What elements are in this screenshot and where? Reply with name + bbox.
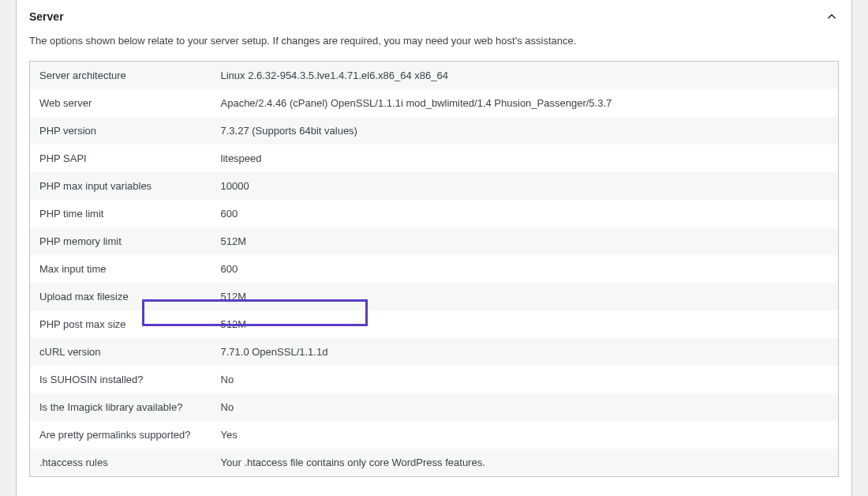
row-label: .htaccess rules	[30, 449, 211, 477]
row-label: Upload max filesize	[30, 283, 211, 310]
row-label: PHP time limit	[30, 200, 211, 227]
table-row: PHP post max size512M	[30, 310, 839, 338]
table-row: .htaccess rulesYour .htaccess file conta…	[30, 449, 839, 477]
row-value: 512M	[211, 310, 839, 338]
server-panel: Server The options shown below relate to…	[16, 0, 852, 496]
row-label: Max input time	[30, 255, 211, 283]
row-value: 600	[211, 200, 839, 227]
row-value: 600	[211, 255, 839, 283]
row-label: PHP max input variables	[30, 172, 211, 200]
table-row: PHP time limit600	[30, 200, 839, 227]
server-table-container: Server architectureLinux 2.6.32-954.3.5.…	[17, 61, 851, 477]
section-title: Server	[29, 10, 64, 23]
row-label: Is the Imagick library available?	[30, 393, 211, 421]
table-row: PHP memory limit512M	[30, 227, 839, 255]
row-value: litespeed	[211, 145, 839, 172]
row-value: Your .htaccess file contains only core W…	[211, 449, 839, 477]
row-value: 7.3.27 (Supports 64bit values)	[211, 117, 839, 145]
table-row: PHP version7.3.27 (Supports 64bit values…	[30, 117, 839, 145]
table-row: Is SUHOSIN installed?No	[30, 366, 839, 393]
table-row: Max input time600	[30, 255, 839, 283]
row-value: 512M	[211, 227, 839, 255]
row-label: Is SUHOSIN installed?	[30, 366, 211, 393]
table-row: Upload max filesize512M	[30, 283, 839, 310]
row-value: 512M	[211, 283, 839, 310]
section-header[interactable]: Server	[17, 0, 851, 35]
row-value: Apache/2.4.46 (cPanel) OpenSSL/1.1.1i mo…	[211, 89, 839, 117]
table-row: Server architectureLinux 2.6.32-954.3.5.…	[30, 62, 839, 90]
server-info-table: Server architectureLinux 2.6.32-954.3.5.…	[29, 61, 839, 477]
table-row: Web serverApache/2.4.46 (cPanel) OpenSSL…	[30, 89, 839, 117]
row-label: Web server	[30, 89, 211, 117]
table-row: Is the Imagick library available?No	[30, 393, 839, 421]
row-label: PHP version	[30, 117, 211, 145]
row-value: 7.71.0 OpenSSL/1.1.1d	[211, 338, 839, 366]
chevron-up-icon[interactable]	[825, 9, 839, 24]
row-value: 10000	[211, 172, 839, 200]
row-label: PHP SAPI	[30, 145, 211, 172]
row-value: No	[211, 366, 839, 393]
row-label: Are pretty permalinks supported?	[30, 421, 211, 449]
row-label: cURL version	[30, 338, 211, 366]
row-value: Yes	[211, 421, 839, 449]
row-label: Server architecture	[30, 62, 211, 90]
row-value: No	[211, 393, 839, 421]
table-row: Are pretty permalinks supported?Yes	[30, 421, 839, 449]
row-label: PHP memory limit	[30, 227, 211, 255]
row-label: PHP post max size	[30, 310, 211, 338]
table-row: PHP SAPIlitespeed	[30, 145, 839, 172]
table-row: cURL version7.71.0 OpenSSL/1.1.1d	[30, 338, 839, 366]
section-description: The options shown below relate to your s…	[17, 35, 851, 61]
row-value: Linux 2.6.32-954.3.5.lve1.4.71.el6.x86_6…	[211, 62, 839, 90]
table-row: PHP max input variables10000	[30, 172, 839, 200]
